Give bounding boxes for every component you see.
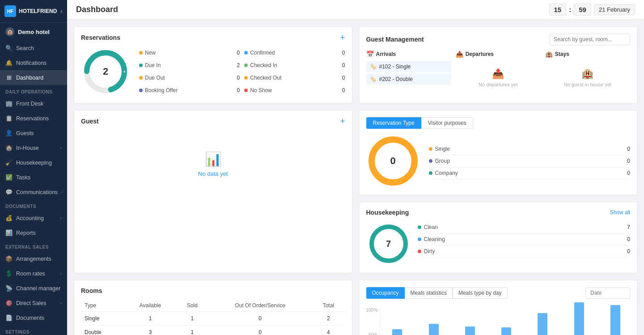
hotel-icon: 🏨 bbox=[5, 27, 14, 36]
reservations-body: 2 New 0 Confirmed 0 Due In 2 bbox=[81, 47, 345, 96]
guest-card-title: Guest bbox=[81, 118, 99, 125]
guest-mgmt-title: Guest Management bbox=[366, 36, 424, 43]
rooms-title: Rooms bbox=[81, 287, 102, 294]
sidebar-collapse-button[interactable]: ‹ bbox=[60, 7, 63, 15]
bar-group: Wed 26.02 bbox=[564, 302, 593, 335]
time-colon: : bbox=[569, 6, 571, 13]
page-title: Dashboard bbox=[76, 5, 118, 14]
chevron-right-icon: › bbox=[60, 216, 62, 221]
rooms-header: Rooms bbox=[81, 287, 345, 294]
occupancy-bar-chart: 100% 50% 0% Fri 21.02 Sat 22.02 Sun 23.0… bbox=[366, 304, 631, 335]
reservations-add-button[interactable]: + bbox=[340, 34, 345, 42]
tab-visitor-purposes[interactable]: Visitor purposes bbox=[421, 117, 473, 129]
arrival-room-2[interactable]: 🏷️ #202 - Double bbox=[366, 74, 451, 85]
tab-occupancy[interactable]: Occupancy bbox=[366, 287, 405, 299]
room-total: 2 bbox=[312, 312, 345, 326]
front-desk-icon: 🏢 bbox=[5, 100, 13, 107]
guest-no-data: 📊 No data yet bbox=[81, 131, 345, 198]
chevron-right-icon: › bbox=[60, 271, 62, 276]
sidebar-item-direct-sales[interactable]: 🎯 Direct Sales › bbox=[0, 296, 67, 310]
bar bbox=[538, 313, 547, 335]
bar-group: Mon 24.02 bbox=[491, 327, 521, 335]
rooms-col-sold: Sold bbox=[176, 300, 208, 312]
stays-title: 🏨 Stays bbox=[545, 51, 630, 58]
bar-chart-icon: 📊 bbox=[205, 151, 221, 167]
occupancy-card: Occupancy Meals statistics Meals type by… bbox=[359, 280, 638, 335]
sidebar-item-reports[interactable]: 📊 Reports bbox=[0, 225, 67, 240]
rooms-col-type: Type bbox=[81, 300, 124, 312]
reservations-stats: New 0 Confirmed 0 Due In 2 Checked In 0 bbox=[139, 47, 345, 96]
occupancy-date-input[interactable] bbox=[585, 287, 630, 299]
hk-title: Housekeeping bbox=[366, 209, 409, 216]
bar bbox=[574, 302, 584, 335]
in-house-icon: 🏠 bbox=[5, 144, 13, 151]
no-stays-message: 🏨 No guest in house yet bbox=[545, 61, 630, 94]
chevron-right-icon: › bbox=[60, 301, 62, 305]
hk-show-all-link[interactable]: Show all bbox=[610, 209, 630, 216]
chart-bars-container: Fri 21.02 Sat 22.02 Sun 23.02 Mon 24.02 … bbox=[380, 308, 630, 335]
stat-due-out: Due Out 0 bbox=[139, 72, 240, 83]
room-oos: 0 bbox=[208, 312, 312, 326]
sidebar-item-communications[interactable]: 💬 Communications › bbox=[0, 185, 67, 199]
guest-search-input[interactable] bbox=[550, 34, 630, 45]
tab-meals-type-by-day[interactable]: Meals type by day bbox=[453, 287, 508, 299]
sidebar-item-notifications[interactable]: 🔔 Notifications bbox=[0, 55, 67, 70]
sidebar-item-front-desk[interactable]: 🏢 Front Desk bbox=[0, 96, 67, 111]
housekeeping-card: Housekeeping Show all 7 Clean bbox=[359, 202, 638, 273]
tab-meals-statistics[interactable]: Meals statistics bbox=[405, 287, 453, 299]
y-axis-labels: 100% 50% 0% bbox=[366, 308, 380, 335]
content-grid: Reservations + 2 New 0 bbox=[67, 20, 644, 335]
room-rates-icon: 💲 bbox=[5, 270, 13, 277]
hotel-name[interactable]: 🏨 Demo hotel bbox=[0, 23, 67, 41]
guest-add-button[interactable]: + bbox=[340, 117, 345, 125]
sidebar-item-tasks[interactable]: ✅ Tasks bbox=[0, 170, 67, 185]
room-available: 3 bbox=[124, 326, 176, 335]
stat-checked-in: Checked In 0 bbox=[244, 60, 345, 71]
guest-management-card: Guest Management 📅 Arrivals 🏷️ #102 - Si… bbox=[359, 26, 638, 103]
table-row: Single 1 1 0 2 bbox=[81, 312, 345, 326]
sidebar-item-documents[interactable]: 📄 Documents bbox=[0, 310, 67, 325]
tab-reservation-type[interactable]: Reservation Type bbox=[366, 117, 421, 129]
tasks-icon: ✅ bbox=[5, 174, 13, 181]
hk-cleaning: Cleaning 0 bbox=[418, 233, 631, 246]
room-icon: 🏷️ bbox=[370, 64, 377, 70]
sidebar-item-room-rates[interactable]: 💲 Room rates › bbox=[0, 266, 67, 281]
guest-card: Guest + 📊 No data yet bbox=[74, 110, 352, 273]
arrival-room-1[interactable]: 🏷️ #102 - Single bbox=[366, 61, 451, 72]
reservation-type-total: 0 bbox=[390, 155, 395, 167]
stat-due-in: Due In 2 bbox=[139, 60, 240, 71]
guest-card-header: Guest + bbox=[81, 117, 345, 125]
reservations-title: Reservations bbox=[81, 34, 120, 41]
accounting-icon: 💰 bbox=[5, 215, 13, 221]
bar bbox=[610, 305, 620, 335]
daily-operations-label: DAILY OPERATIONS bbox=[0, 85, 67, 96]
sidebar-item-arrangements[interactable]: 📦 Arrangements bbox=[0, 251, 67, 266]
arrangements-icon: 📦 bbox=[5, 255, 13, 262]
bar bbox=[429, 324, 439, 335]
sidebar-item-reservations[interactable]: 📋 Reservations bbox=[0, 111, 67, 126]
sidebar-item-accounting[interactable]: 💰 Accounting › bbox=[0, 211, 67, 225]
documents-icon: 📄 bbox=[5, 314, 13, 321]
sidebar-item-in-house[interactable]: 🏠 In-House › bbox=[0, 140, 67, 155]
reports-icon: 📊 bbox=[5, 229, 13, 236]
sidebar-item-dashboard[interactable]: ⊞ Dashboard bbox=[0, 70, 67, 85]
hk-clean: Clean 7 bbox=[418, 221, 631, 233]
departures-title: 📤 Departures bbox=[456, 51, 541, 58]
external-sales-label: EXTERNAL SALES bbox=[0, 240, 67, 251]
rooms-col-oos: Out Of Order/Service bbox=[208, 300, 312, 312]
reservation-type-tabs: Reservation Type Visitor purposes bbox=[366, 117, 631, 129]
sidebar-item-guests[interactable]: 👤 Guests bbox=[0, 126, 67, 140]
bar-group: Sun 23.02 bbox=[455, 327, 485, 335]
stat-confirmed: Confirmed 0 bbox=[244, 47, 345, 58]
bar bbox=[465, 327, 475, 335]
sidebar-item-channel-manager[interactable]: 📡 Channel manager bbox=[0, 281, 67, 296]
room-sold: 1 bbox=[176, 312, 208, 326]
sidebar-item-housekeeping[interactable]: 🧹 Housekeeping bbox=[0, 155, 67, 170]
hk-header: Housekeeping Show all bbox=[366, 209, 631, 216]
rooms-col-available: Available bbox=[124, 300, 176, 312]
sidebar-item-search[interactable]: 🔍 Search bbox=[0, 41, 67, 55]
bar bbox=[501, 327, 511, 335]
no-departures-message: 📤 No departures yet bbox=[456, 61, 541, 94]
hk-donut: 7 bbox=[366, 221, 411, 266]
stat-booking-offer: Booking Offer 0 bbox=[139, 85, 240, 96]
